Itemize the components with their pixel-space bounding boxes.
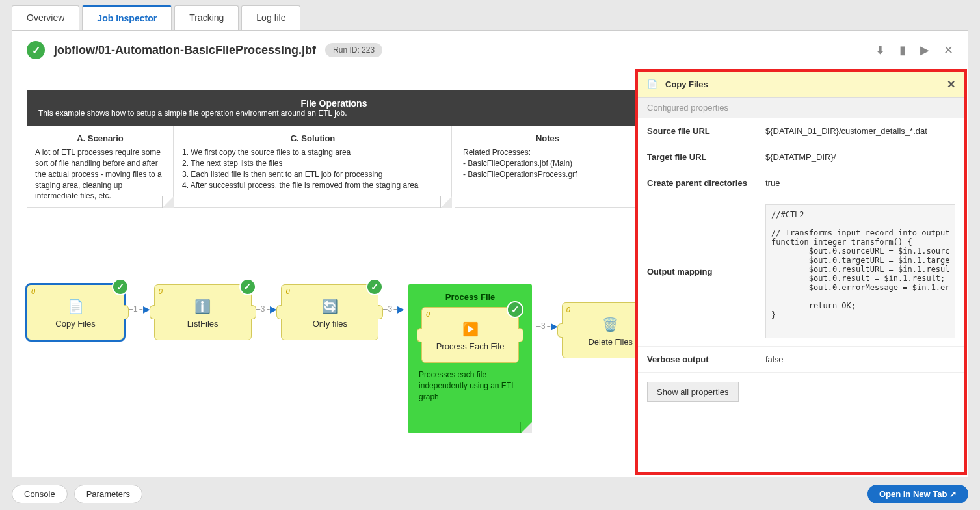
copy-files-icon: 📄: [647, 79, 657, 89]
code-editor[interactable]: //#CTL2 // Transforms input record into …: [765, 204, 955, 338]
check-icon: ✓: [112, 278, 129, 295]
prop-create-parent: Create parent directoriestrue: [638, 170, 964, 196]
node-copy-files[interactable]: 0 ✓ 📄 Copy Files: [27, 284, 124, 340]
prop-output-mapping: Output mapping //#CTL2 // Transforms inp…: [638, 196, 964, 347]
note-scenario: A. Scenario A lot of ETL processes requi…: [27, 126, 174, 208]
play-icon: ▶️: [460, 319, 480, 339]
node-process-each-file[interactable]: 0✓ ▶️ Process Each File: [421, 307, 519, 363]
job-title: jobflow/01-Automation-BasicFileProcessin…: [54, 44, 316, 57]
banner-title: File Operations: [38, 98, 629, 109]
note-notes: Notes Related Processes: - BasicFileOper…: [455, 126, 641, 208]
success-icon: ✓: [27, 41, 45, 59]
info-icon: ℹ️: [193, 297, 213, 316]
panel-header: 📄 Copy Files ✕: [638, 72, 964, 97]
tab-log-file[interactable]: Log file: [241, 5, 300, 30]
show-all-properties-button[interactable]: Show all properties: [647, 382, 739, 402]
download-icon[interactable]: ⬇: [875, 43, 885, 57]
close-icon[interactable]: ✕: [947, 78, 955, 90]
panel-title: Copy Files: [665, 79, 708, 89]
parameters-button[interactable]: Parameters: [74, 485, 142, 503]
filter-icon: 🔄: [320, 297, 339, 316]
run-id-badge: Run ID: 223: [325, 43, 382, 57]
edge: ---1--▶: [128, 304, 150, 314]
check-icon: ✓: [239, 278, 256, 295]
prop-source-url: Source file URL${DATAIN_01_DIR}/customer…: [638, 118, 964, 144]
console-button[interactable]: Console: [12, 485, 68, 503]
edge: ---3--▶: [256, 304, 278, 314]
bottom-bar: Console Parameters Open in New Tab ↗: [12, 485, 968, 503]
edge: ---3--▶: [536, 321, 558, 331]
banner-subtitle: This example shows how to setup a simple…: [38, 109, 629, 118]
properties-panel: 📄 Copy Files ✕ Configured properties Sou…: [635, 69, 967, 475]
note-solution: C. Solution 1. We first copy the source …: [174, 126, 452, 208]
tab-job-inspector[interactable]: Job Inspector: [82, 5, 172, 30]
copy-icon: 📄: [66, 297, 85, 316]
check-icon: ✓: [366, 278, 383, 295]
node-process-file-group[interactable]: Process File 0✓ ▶️ Process Each File Pro…: [408, 284, 532, 433]
node-only-files[interactable]: 0✓ 🔄 Only files: [281, 284, 378, 340]
job-header: ✓ jobflow/01-Automation-BasicFileProcess…: [12, 31, 968, 70]
trash-icon: 🗑️: [601, 315, 620, 334]
prop-target-url: Target file URL${DATATMP_DIR}/: [638, 144, 964, 170]
check-icon: ✓: [507, 301, 523, 318]
play-icon[interactable]: ▶: [920, 43, 929, 57]
close-icon[interactable]: ✕: [944, 43, 953, 57]
edge: ---3--▶: [382, 304, 404, 314]
tab-overview[interactable]: Overview: [12, 5, 79, 30]
node-list-files[interactable]: 0✓ ℹ️ ListFiles: [154, 284, 252, 340]
tab-tracking[interactable]: Tracking: [174, 5, 239, 30]
tab-bar: Overview Job Inspector Tracking Log file: [0, 0, 980, 30]
document-icon[interactable]: ▮: [899, 43, 906, 57]
open-in-new-tab-button[interactable]: Open in New Tab ↗: [867, 485, 968, 503]
banner: File Operations This example shows how t…: [27, 90, 641, 126]
panel-section-header: Configured properties: [638, 97, 964, 118]
prop-verbose: Verbose outputfalse: [638, 347, 964, 373]
